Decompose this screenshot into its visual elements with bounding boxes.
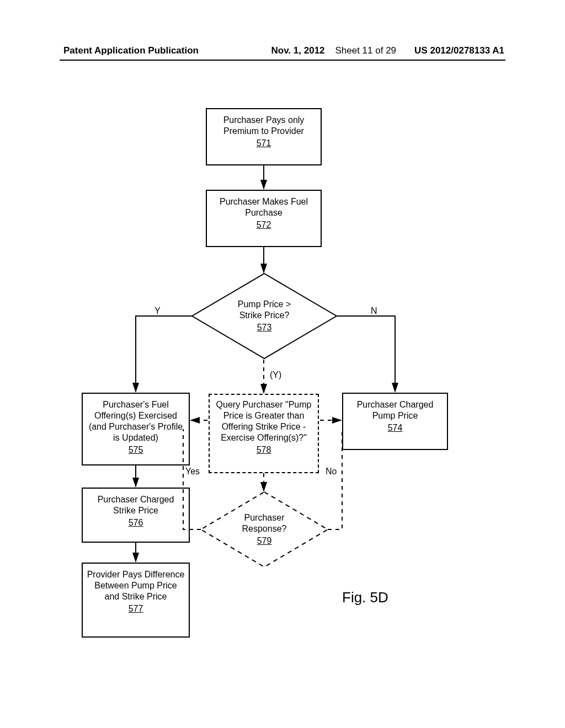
diamond-579: Purchaser Response? 579 xyxy=(200,491,329,568)
box-576: Purchaser Charged Strike Price 576 xyxy=(82,488,190,543)
diamond-579-line1: Purchaser xyxy=(244,512,285,523)
box-577-text: Provider Pays Difference Between Pump Pr… xyxy=(87,570,185,601)
box-578-ref: 578 xyxy=(213,445,315,456)
figure-label: Fig. 5D xyxy=(342,589,388,606)
box-577: Provider Pays Difference Between Pump Pr… xyxy=(82,563,190,638)
box-575: Purchaser's Fuel Offering(s) Exercised (… xyxy=(82,393,190,465)
box-576-text: Purchaser Charged Strike Price xyxy=(98,495,174,515)
box-578-text: Query Purchaser "Pump Price is Greater t… xyxy=(216,400,312,442)
box-577-ref: 577 xyxy=(86,603,185,614)
box-572: Purchaser Makes Fuel Purchase 572 xyxy=(206,190,322,247)
label-no: No xyxy=(326,467,337,477)
diamond-579-line2: Response? xyxy=(242,523,287,534)
box-578: Query Purchaser "Pump Price is Greater t… xyxy=(209,394,319,473)
box-571: Purchaser Pays only Premium to Provider … xyxy=(206,108,322,165)
box-572-ref: 572 xyxy=(210,220,317,231)
box-575-ref: 575 xyxy=(86,445,185,456)
box-574-ref: 574 xyxy=(347,422,444,433)
box-574: Purchaser Charged Pump Price 574 xyxy=(342,393,448,450)
box-571-text: Purchaser Pays only Premium to Provider xyxy=(223,115,305,136)
box-574-text: Purchaser Charged Pump Price xyxy=(357,400,434,420)
box-572-text: Purchaser Makes Fuel Purchase xyxy=(220,197,308,217)
box-571-ref: 571 xyxy=(210,138,317,149)
diagram-canvas: Purchaser Pays only Premium to Provider … xyxy=(0,0,565,728)
diamond-573-line2: Strike Price? xyxy=(239,310,290,321)
label-yes: Yes xyxy=(185,467,200,477)
diamond-573-line1: Pump Price > xyxy=(238,299,291,310)
label-y: Y xyxy=(154,306,161,316)
diamond-579-ref: 579 xyxy=(257,536,272,547)
box-576-ref: 576 xyxy=(86,517,185,528)
label-n: N xyxy=(371,306,377,316)
label-y-paren: (Y) xyxy=(270,370,281,380)
diamond-573: Pump Price > Strike Price? 573 xyxy=(191,272,338,360)
box-575-text: Purchaser's Fuel Offering(s) Exercised (… xyxy=(89,400,183,442)
diamond-573-ref: 573 xyxy=(257,322,272,333)
